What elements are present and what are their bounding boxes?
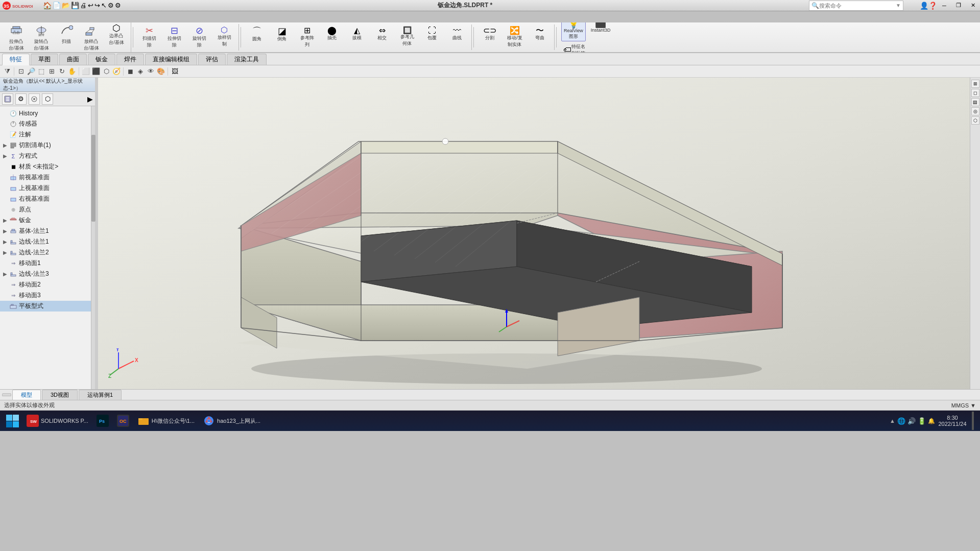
tab-evaluate[interactable]: 评估 bbox=[198, 54, 226, 65]
btab-motion[interactable]: 运动算例1 bbox=[79, 390, 122, 400]
tree-item-sensor[interactable]: 传感器 bbox=[0, 118, 95, 129]
options-icon[interactable]: ⚙ bbox=[115, 2, 121, 9]
new-icon[interactable]: 📄 bbox=[53, 2, 61, 9]
open-icon[interactable]: 📂 bbox=[62, 2, 70, 9]
tree-item-move-face2[interactable]: ⇒ 移动面2 bbox=[0, 279, 95, 290]
edit-appearance-btn[interactable]: 🎨 bbox=[156, 66, 166, 77]
select-box-btn[interactable]: ⬜ bbox=[81, 66, 91, 77]
taskbar-item-folder[interactable]: H\微信公众号\1... bbox=[133, 412, 199, 430]
featuretree-icon-btn[interactable] bbox=[2, 93, 13, 105]
tree-item-edge-flange1[interactable]: ▶ 边线-法兰1 bbox=[0, 236, 95, 247]
tool-draft[interactable]: ◭ 拔模 bbox=[346, 26, 368, 42]
tree-item-origin[interactable]: ⊕ 原点 bbox=[0, 204, 95, 215]
taskbar-item-photoshop[interactable]: Ps bbox=[92, 412, 113, 430]
tool-extrude-cut[interactable]: ⊟ 拉伸切除 bbox=[163, 25, 185, 50]
tool-deform[interactable]: 🔀 移动/复制实体 bbox=[504, 26, 526, 49]
zebra-btn[interactable]: ◈ bbox=[135, 66, 146, 77]
section-view-btn[interactable]: ⬛ bbox=[91, 66, 101, 77]
3d-viewport[interactable]: X Y Z bbox=[98, 78, 977, 389]
pan-btn[interactable]: ✋ bbox=[67, 66, 77, 77]
minimize-button[interactable]: ─ bbox=[937, 0, 951, 11]
tool-sweep-boss[interactable]: 扫描 bbox=[55, 22, 78, 46]
tree-item-top-plane[interactable]: 上视基准面 bbox=[0, 183, 95, 194]
tool-realview[interactable]: 💡 RealView图形 bbox=[561, 22, 586, 41]
tree-scrollbar[interactable] bbox=[91, 106, 95, 394]
tab-render[interactable]: 渲染工具 bbox=[227, 54, 267, 65]
btab-model[interactable]: 模型 bbox=[12, 390, 41, 400]
tool-flex[interactable]: 〜 弯曲 bbox=[529, 26, 551, 42]
tree-item-move-face1[interactable]: ⇒ 移动面1 bbox=[0, 258, 95, 269]
zoom-window-btn[interactable]: ⬚ bbox=[36, 66, 46, 77]
taskbar-item-oc[interactable]: OC bbox=[113, 412, 133, 430]
tab-sketch[interactable]: 草图 bbox=[31, 54, 58, 65]
hide-show-btn[interactable]: 👁 bbox=[146, 66, 156, 77]
rebuild-icon[interactable]: ⚙ bbox=[108, 2, 114, 9]
config-icon-btn[interactable]: ⚙ bbox=[15, 93, 27, 105]
tool-revolve-cut[interactable]: ⊘ 旋转切除 bbox=[188, 25, 210, 50]
cube-btn[interactable]: ⬡ bbox=[101, 66, 111, 77]
tool-pattern-linear[interactable]: ⊞ 参考阵列 bbox=[296, 26, 318, 49]
redo-icon[interactable]: ↪ bbox=[94, 2, 100, 9]
tree-item-flat-pattern[interactable]: 平板型式 bbox=[0, 301, 95, 312]
tool-combine[interactable]: 🔲 参考几何体 bbox=[396, 26, 418, 48]
rp-icon-3[interactable]: ▤ bbox=[971, 98, 979, 106]
user-icon[interactable]: 👤 bbox=[920, 2, 928, 10]
tree-item-base-flange[interactable]: ▶ 基体-法兰1 bbox=[0, 226, 95, 236]
tab-weldment[interactable]: 焊件 bbox=[116, 54, 144, 65]
tool-curves[interactable]: 〰 曲线 bbox=[446, 26, 468, 42]
tree-item-annotation[interactable]: 📝 注解 bbox=[0, 129, 95, 140]
save-icon[interactable]: 💾 bbox=[71, 2, 79, 9]
tool-chamfer[interactable]: ◪ 倒角 bbox=[271, 26, 293, 43]
start-button[interactable] bbox=[2, 412, 22, 430]
restore-button[interactable]: ❐ bbox=[951, 0, 966, 11]
tree-item-edge-flange3[interactable]: ▶ 边线-法兰3 bbox=[0, 269, 95, 279]
print-icon[interactable]: 🖨 bbox=[80, 2, 87, 9]
appearance-icon-btn[interactable]: ⬡ bbox=[42, 93, 53, 105]
zoom-fit-btn[interactable]: ⊡ bbox=[16, 66, 26, 77]
filter-btn[interactable]: ⧩ bbox=[2, 66, 12, 77]
tool-loft-cut[interactable]: ⬡ 放样切制 bbox=[213, 25, 235, 49]
tool-feature-name[interactable]: 🏷 特征名副标签 bbox=[561, 42, 597, 54]
tab-features[interactable]: 特征 bbox=[2, 54, 30, 65]
tool-scan-cut[interactable]: ✂ 扫描切除 bbox=[138, 25, 160, 50]
tool-fillet[interactable]: ⌒ 圆角 bbox=[246, 26, 268, 43]
display-icon-btn[interactable] bbox=[29, 93, 40, 105]
tree-item-material[interactable]: ◼ 材质 <未指定> bbox=[0, 161, 95, 172]
tool-rib[interactable]: ⬤ 抽壳 bbox=[321, 26, 343, 42]
taskbar-item-chrome[interactable]: hao123_上网从... bbox=[199, 412, 265, 430]
scene-btn[interactable]: 🖼 bbox=[170, 66, 180, 77]
taskbar-item-sw[interactable]: SW SOLIDWORKS P... bbox=[22, 412, 92, 430]
tree-item-edge-flange2[interactable]: ▶ 边线-法兰2 bbox=[0, 247, 95, 258]
expand-panel-btn[interactable]: ▶ bbox=[87, 95, 93, 103]
tree-item-front-plane[interactable]: 前视基准面 bbox=[0, 172, 95, 183]
tree-item-history[interactable]: 🕐 History bbox=[0, 108, 95, 118]
scrollbar-thumb[interactable] bbox=[91, 135, 95, 221]
tab-direct-edit[interactable]: 直接编辑模组 bbox=[145, 54, 197, 65]
rp-icon-1[interactable]: ⊞ bbox=[971, 80, 979, 88]
tool-instant3d[interactable]: ⬛ Instant3D bbox=[589, 22, 613, 41]
rp-icon-2[interactable]: ◻ bbox=[971, 89, 979, 97]
help-icon[interactable]: ❓ bbox=[928, 2, 937, 10]
btab-default[interactable] bbox=[2, 393, 11, 396]
tree-item-equations[interactable]: ▶ Σ 方程式 bbox=[0, 151, 95, 161]
tool-revolve-boss[interactable]: 旋转 旋转凸台/基体 bbox=[30, 22, 53, 53]
tree-item-sheetmetal[interactable]: ▶ 钣金 bbox=[0, 215, 95, 226]
close-button[interactable]: ✕ bbox=[966, 0, 980, 11]
rp-icon-4[interactable]: ◎ bbox=[971, 107, 979, 115]
zoom-select-btn[interactable]: 🔎 bbox=[26, 66, 36, 77]
undo-icon[interactable]: ↩ bbox=[88, 2, 93, 9]
tab-sheetmetal[interactable]: 钣金 bbox=[88, 54, 115, 65]
volume-icon[interactable]: 🔊 bbox=[907, 417, 916, 425]
tool-scale[interactable]: ⇔ 相交 bbox=[371, 26, 393, 42]
show-desktop-btn[interactable] bbox=[972, 412, 974, 430]
search-input[interactable] bbox=[819, 3, 896, 9]
btab-3dview[interactable]: 3D视图 bbox=[42, 390, 78, 400]
search-box[interactable]: 🔍 ▼ bbox=[809, 1, 903, 11]
display-style-btn[interactable]: ◼ bbox=[125, 66, 135, 77]
tray-arrow[interactable]: ▲ bbox=[890, 418, 895, 424]
tree-item-cutlist[interactable]: ▶ 切割清单(1) bbox=[0, 140, 95, 151]
home-icon[interactable]: 🏠 bbox=[43, 2, 52, 10]
orient-view-btn[interactable]: 🧭 bbox=[111, 66, 122, 77]
tree-item-right-plane[interactable]: 右视基准面 bbox=[0, 194, 95, 204]
tree-item-move-face3[interactable]: ⇒ 移动面3 bbox=[0, 290, 95, 301]
